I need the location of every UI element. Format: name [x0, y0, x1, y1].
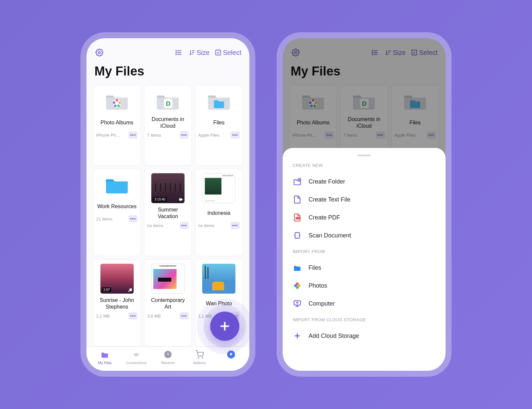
sheet-item-files[interactable]: Files — [293, 259, 436, 277]
plus-icon — [293, 331, 302, 341]
file-tile[interactable]: 3:10:40 Summer Vacation no items ••• — [144, 169, 192, 256]
svg-point-0 — [98, 52, 100, 54]
sheet-item-photos[interactable]: Photos — [293, 277, 436, 295]
tile-name: Work Resources — [97, 200, 137, 213]
select-button[interactable]: Select — [215, 48, 241, 58]
tile-meta: 2,1 MB — [96, 314, 110, 319]
section-import-from: IMPORT FROM — [293, 249, 436, 254]
video-icon — [179, 197, 183, 202]
add-fab[interactable] — [210, 312, 239, 341]
thumbnail: 3:10:40 — [151, 173, 185, 203]
more-button[interactable]: ••• — [230, 222, 240, 229]
sheet-item-create-folder[interactable]: Create Folder — [293, 173, 436, 191]
file-icon — [293, 195, 302, 204]
tab-icon — [195, 350, 204, 359]
tab-label: Addons — [193, 361, 205, 365]
svg-point-23 — [202, 357, 202, 358]
tile-meta: Apple Files — [198, 133, 219, 138]
svg-point-9 — [116, 99, 118, 101]
tab-addons[interactable]: Addons — [186, 350, 213, 365]
compass-icon — [227, 350, 235, 359]
tile-name: Photo Albums — [100, 116, 133, 129]
tabbar: My FilesConnectionsRecentsAddons — [86, 346, 249, 371]
svg-rect-7 — [216, 50, 221, 55]
thumbnail: INDONESIA — [202, 173, 235, 203]
tile-name: Contemporary Art — [147, 297, 189, 310]
files-grid[interactable]: Photo Albums iPhone Ph… ••• D Documents … — [86, 85, 249, 346]
action-sheet: CREATE NEW Create Folder Create Text Fil… — [283, 148, 446, 371]
toolbar: Size Select — [86, 38, 249, 61]
tab-icon — [100, 350, 109, 359]
tile-name: Documents in iCloud — [147, 116, 189, 129]
svg-point-11 — [117, 105, 120, 107]
tab-connections[interactable]: Connections — [123, 350, 150, 365]
more-button[interactable]: ••• — [180, 131, 189, 139]
svg-rect-43 — [295, 232, 300, 238]
tab-recents[interactable]: Recents — [155, 350, 181, 365]
tile-name: Sunrise - John Stephens — [96, 297, 138, 310]
svg-point-22 — [198, 357, 199, 358]
view-list-button[interactable] — [174, 48, 184, 58]
tab-icon — [164, 350, 172, 359]
more-button[interactable]: ••• — [180, 222, 189, 229]
sheet-item-label: Create Folder — [309, 178, 345, 185]
tile-meta: iPhone Ph… — [96, 133, 120, 138]
more-button[interactable]: ••• — [128, 312, 138, 320]
file-tile[interactable]: CONTEMPORARY Contemporary Art 3,8 MB ••• — [144, 259, 192, 346]
sheet-grabber[interactable] — [357, 155, 371, 156]
photos-app-icon — [293, 281, 302, 290]
svg-point-18 — [130, 290, 132, 292]
file-tile[interactable]: Work Resources 21 items ••• — [93, 169, 141, 256]
section-create-new: CREATE NEW — [293, 163, 436, 168]
tile-meta: 1,1 MB — [198, 314, 212, 319]
tile-name: Wan Photo — [206, 297, 232, 310]
music-icon — [128, 288, 132, 292]
file-tile[interactable]: 1:57 Sunrise - John Stephens 2,1 MB ••• — [93, 259, 141, 346]
sheet-item-label: Create PDF — [309, 214, 340, 221]
pdf-icon: PDF — [293, 213, 302, 222]
folder-plus-icon — [293, 177, 302, 186]
sheet-item-label: Computer — [309, 300, 335, 307]
file-tile[interactable]: INDONESIA Indonesia no items ••• — [195, 169, 243, 256]
settings-button[interactable] — [94, 48, 104, 58]
sheet-item-scan-document[interactable]: Scan Document — [293, 226, 436, 244]
tile-name: Indonesia — [207, 206, 230, 220]
duration-badge: 3:10:40 — [153, 197, 167, 202]
plus-icon — [217, 319, 232, 334]
more-button[interactable]: ••• — [128, 215, 138, 222]
file-tile[interactable]: D Documents in iCloud 7 items ••• — [144, 85, 192, 166]
tile-meta: 7 items — [147, 133, 161, 138]
more-button[interactable]: ••• — [180, 312, 189, 320]
svg-point-4 — [176, 51, 176, 51]
tab-label: My Files — [98, 361, 112, 365]
gear-icon — [95, 49, 103, 57]
file-tile[interactable]: Files Apple Files ••• — [195, 85, 243, 166]
checkbox-icon — [215, 49, 221, 56]
svg-point-47 — [294, 284, 297, 287]
svg-point-17 — [128, 291, 129, 292]
sheet-item-create-text-file[interactable]: Create Text File — [293, 191, 436, 208]
tile-name: Files — [213, 116, 224, 129]
svg-point-13 — [113, 101, 115, 104]
tab-my-files[interactable]: My Files — [91, 350, 118, 365]
scan-icon — [293, 231, 302, 240]
more-button[interactable]: ••• — [128, 131, 138, 139]
tab-browser[interactable] — [218, 350, 244, 365]
sheet-item-computer[interactable]: Computer — [293, 295, 436, 313]
sheet-item-label: Create Text File — [309, 196, 350, 203]
svg-point-10 — [118, 101, 121, 104]
sheet-item-add-cloud-storage[interactable]: Add Cloud Storage — [293, 327, 436, 345]
sheet-item-label: Scan Document — [309, 232, 351, 239]
folder-icon — [205, 89, 232, 113]
files-app-icon — [293, 263, 302, 272]
file-tile[interactable]: Photo Albums iPhone Ph… ••• — [93, 85, 141, 166]
sheet-item-create-pdf[interactable]: PDF Create PDF — [293, 208, 436, 226]
more-button[interactable]: ••• — [230, 131, 240, 139]
tile-meta: no items — [198, 223, 214, 228]
tile-name: Summer Vacation — [147, 206, 189, 220]
svg-rect-16 — [179, 199, 182, 201]
folder-icon: D — [155, 89, 181, 113]
sort-button[interactable]: Size — [189, 48, 210, 58]
tile-meta: 3,8 MB — [147, 314, 161, 319]
sort-icon — [189, 49, 196, 56]
